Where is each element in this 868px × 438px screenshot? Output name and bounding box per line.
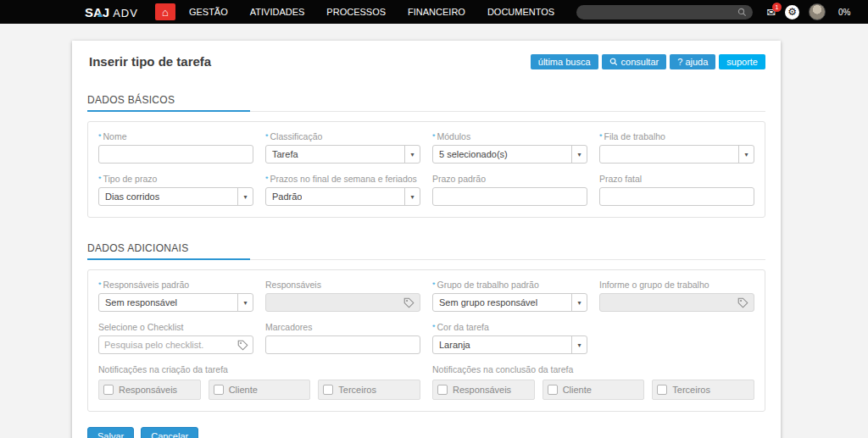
- notif-conclusao-tiles: Responsáveis Cliente Terceiros: [432, 380, 754, 400]
- field-cor-da-tarefa: * Cor da tarefa Laranja ▾: [432, 322, 587, 354]
- field-fila-de-trabalho: * Fila de trabalho ▾: [599, 131, 754, 164]
- required-marker: *: [432, 132, 436, 141]
- card-header: Inserir tipo de tarefa última busca cons…: [87, 54, 765, 69]
- classificacao-select[interactable]: Tarefa ▾: [265, 145, 420, 164]
- field-grupo-padrao: * Grupo de trabalho padrão Sem grupo res…: [432, 280, 587, 312]
- chevron-down-icon: ▾: [237, 294, 253, 311]
- criacao-responsaveis-checkbox[interactable]: [103, 385, 114, 395]
- grupo-padrao-value: Sem grupo responsável: [433, 297, 537, 308]
- consultar-button[interactable]: consultar: [602, 54, 667, 69]
- nav-item-gestao[interactable]: GESTÃO: [189, 7, 228, 17]
- nome-input[interactable]: [98, 145, 253, 164]
- section-dados-basicos: DADOS BÁSICOS * Nome * Classificação: [87, 91, 765, 218]
- chevron-down-icon: ▾: [738, 146, 754, 163]
- cor-label: Cor da tarefa: [437, 322, 489, 332]
- consultar-label: consultar: [621, 57, 659, 67]
- section-head: DADOS ADICIONAIS: [87, 240, 765, 260]
- cor-da-tarefa-select[interactable]: Laranja ▾: [432, 335, 587, 354]
- tipo-de-prazo-select[interactable]: Dias corridos ▾: [98, 187, 253, 206]
- tag-icon: [737, 297, 748, 308]
- informe-grupo-label: Informe o grupo de trabalho: [599, 280, 709, 290]
- tile-label: Terceiros: [338, 385, 376, 395]
- chevron-down-icon: ▾: [571, 146, 587, 163]
- notifications-icon[interactable]: ✉ 1: [766, 7, 776, 18]
- prazo-padrao-input[interactable]: [432, 187, 587, 206]
- cancel-button[interactable]: Cancelar: [141, 427, 198, 438]
- checklist-label: Selecione o Checklist: [98, 322, 183, 332]
- tipo-prazo-label: Tipo de prazo: [103, 174, 158, 184]
- topbar: SAJ ADV ⌂ GESTÃO ATIVIDADES PROCESSOS FI…: [0, 0, 868, 24]
- field-label: * Módulos: [432, 131, 587, 141]
- conclusao-responsaveis-checkbox[interactable]: [437, 385, 448, 395]
- checklist-lookup: [98, 335, 253, 354]
- settings-gear-icon[interactable]: ⚙: [785, 5, 799, 19]
- field-prazo-padrao: Prazo padrão: [432, 174, 587, 206]
- nome-label: Nome: [103, 131, 127, 141]
- conclusao-terceiros-tile[interactable]: Terceiros: [652, 380, 754, 400]
- field-label: Prazo padrão: [432, 174, 587, 184]
- cor-value: Laranja: [433, 340, 470, 350]
- nav-item-documentos[interactable]: DOCUMENTOS: [487, 7, 554, 17]
- global-search-input[interactable]: [582, 7, 737, 18]
- field-prazos-fds: * Prazos no final de semana e feriados P…: [265, 174, 420, 206]
- prazo-padrao-label: Prazo padrão: [432, 174, 486, 184]
- criacao-cliente-tile[interactable]: Cliente: [209, 380, 311, 400]
- marcadores-input[interactable]: [265, 335, 420, 354]
- responsaveis-padrao-label: Responsáveis padrão: [103, 280, 190, 290]
- home-button[interactable]: ⌂: [155, 3, 175, 20]
- notif-criacao-tiles: Responsáveis Cliente Terceiros: [98, 380, 420, 400]
- notif-conclusao-label: Notificações na conclusão da tarefa: [432, 364, 754, 374]
- required-marker: *: [265, 132, 269, 141]
- responsaveis-padrao-value: Sem responsável: [99, 297, 177, 308]
- conclusao-cliente-checkbox[interactable]: [548, 385, 558, 395]
- fila-label: Fila de trabalho: [604, 131, 665, 141]
- user-avatar[interactable]: [809, 3, 826, 20]
- field-marcadores: Marcadores: [265, 322, 420, 354]
- field-label: * Prazos no final de semana e feriados: [265, 174, 420, 184]
- gear-glyph: ⚙: [787, 6, 797, 18]
- tag-icon: [403, 297, 415, 308]
- field-label: Marcadores: [265, 322, 420, 332]
- criacao-cliente-checkbox[interactable]: [214, 385, 224, 395]
- section-body-dados-adicionais: * Responsáveis padrão Sem responsável ▾ …: [87, 269, 765, 412]
- ajuda-button[interactable]: ? ajuda: [670, 54, 715, 69]
- nav-item-processos[interactable]: PROCESSOS: [326, 7, 386, 17]
- save-button[interactable]: Salvar: [87, 427, 134, 438]
- ajuda-label: ? ajuda: [677, 57, 708, 67]
- conclusao-cliente-tile[interactable]: Cliente: [542, 380, 645, 400]
- modulos-multiselect[interactable]: 5 selecionado(s) ▾: [432, 145, 587, 164]
- sync-progress: 0%: [838, 8, 850, 17]
- form-footer: Salvar Cancelar: [87, 427, 765, 438]
- nav-item-atividades[interactable]: ATIVIDADES: [250, 7, 305, 17]
- global-search[interactable]: [576, 5, 753, 19]
- grupo-padrao-label: Grupo de trabalho padrão: [437, 280, 539, 290]
- chevron-down-icon: ▾: [571, 336, 587, 353]
- grupo-padrao-select[interactable]: Sem grupo responsável ▾: [432, 293, 587, 312]
- marcadores-label: Marcadores: [265, 322, 312, 332]
- required-marker: *: [599, 132, 603, 141]
- required-marker: *: [98, 175, 102, 183]
- grid-spacer: [599, 322, 754, 354]
- checklist-search-input[interactable]: [98, 335, 253, 354]
- field-responsaveis: Responsáveis: [265, 280, 420, 312]
- conclusao-responsaveis-tile[interactable]: Responsáveis: [432, 380, 535, 400]
- nav-item-financeiro[interactable]: FINANCEIRO: [408, 7, 465, 17]
- tile-label: Responsáveis: [119, 385, 177, 395]
- fila-de-trabalho-select[interactable]: ▾: [599, 145, 754, 164]
- prazo-fatal-input[interactable]: [599, 187, 754, 206]
- criacao-terceiros-checkbox[interactable]: [323, 385, 333, 395]
- criacao-responsaveis-tile[interactable]: Responsáveis: [98, 380, 201, 400]
- suporte-button[interactable]: suporte: [719, 54, 765, 69]
- section-body-dados-basicos: * Nome * Classificação Tarefa ▾: [87, 121, 765, 218]
- chevron-down-icon: ▾: [237, 188, 253, 205]
- required-marker: *: [98, 132, 102, 141]
- criacao-terceiros-tile[interactable]: Terceiros: [318, 380, 420, 400]
- field-label: Prazo fatal: [599, 174, 754, 184]
- classificacao-label: Classificação: [270, 131, 323, 141]
- prazos-fds-select[interactable]: Padrão ▾: [265, 187, 420, 206]
- conclusao-terceiros-checkbox[interactable]: [657, 385, 667, 395]
- search-icon[interactable]: [737, 8, 747, 17]
- field-responsaveis-padrao: * Responsáveis padrão Sem responsável ▾: [98, 280, 253, 312]
- responsaveis-padrao-select[interactable]: Sem responsável ▾: [98, 293, 253, 312]
- ultima-busca-button[interactable]: última busca: [531, 54, 598, 69]
